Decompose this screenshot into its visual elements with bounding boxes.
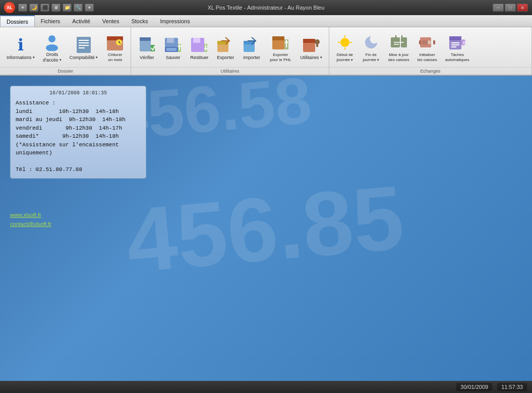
debut-journee-label: Début dejournée ▾ [336,52,353,62]
fin-journee-icon [362,33,380,51]
droits-acces-label: Droitsd'accès ▾ [43,52,62,63]
title-bar-left: XL ☀ 🌙 ⬛ 🖥 📁 🔧 ▾ [4,2,94,13]
status-date: 30/01/2009 [456,383,492,391]
maximize-button[interactable]: □ [505,4,516,12]
email-link[interactable]: contact@xlsoft.fr [10,221,51,227]
utilitaires-group-label: Utilitaires [131,67,329,74]
svg-rect-51 [451,46,456,47]
svg-point-46 [427,40,431,44]
toolbar-icon-1[interactable]: ☀ [18,4,27,12]
informations-label: Informations ▾ [7,55,35,61]
maj-caisses-icon [390,33,408,51]
toolbar-icon-4[interactable]: 🖥 [51,4,61,12]
restituer-button[interactable]: Restituer [187,33,212,63]
ribbon: ℹ Informations ▾ Droitsd'accès ▾ [0,27,532,76]
minimize-button[interactable]: ─ [493,4,504,12]
toolbar-icon-6[interactable]: 🔧 [74,4,83,12]
utilitaires-btn[interactable]: Utilitaires ▾ [297,33,326,63]
menu-activite[interactable]: Activité [66,15,96,27]
exporter-phl-label: Exporterpour le PHL [270,52,291,62]
main-area: 456.58 456.85 16/01/2008 18:01:35 Assist… [0,76,532,381]
website-link[interactable]: www.xlsoft.fr [10,212,51,218]
app-icon: XL [4,2,15,13]
verifier-label: Vérifier [140,55,154,61]
exporter-phl-button[interactable]: Exporterpour le PHL [265,31,295,65]
svg-rect-45 [433,40,435,44]
comptabilite-label: Comptabilité ▾ [70,55,98,61]
svg-rect-49 [451,42,459,43]
svg-rect-6 [79,47,85,48]
ribbon-group-utilitaires: Vérifier Sauver [131,27,329,75]
initialiser-caisses-icon [418,33,436,51]
menu-dossiers[interactable]: Dossiers [0,15,35,27]
informations-button[interactable]: ℹ Informations ▾ [3,33,38,63]
title-bar: XL ☀ 🌙 ⬛ 🖥 📁 🔧 ▾ XL Pos Textile - Admini… [0,0,532,15]
status-bar: 30/01/2009 11:57:33 [0,381,532,393]
svg-rect-44 [419,40,421,44]
svg-rect-4 [79,42,89,43]
toolbar-icon-3[interactable]: ⬛ [40,4,49,12]
debut-journee-icon [336,33,354,51]
svg-point-36 [340,38,349,47]
comptabilite-icon [75,36,93,54]
menu-impressions[interactable]: Impressions [154,15,196,27]
fin-journee-button[interactable]: Fin dejournée ▾ [359,31,384,65]
sauver-button[interactable]: Sauver [160,33,186,63]
svg-rect-33 [303,39,315,43]
verifier-icon [138,36,156,54]
droits-acces-icon [43,33,61,51]
info-panel-content: Assistance : lundi 10h-12h30 14h-18h mar… [16,99,141,174]
svg-rect-21 [193,38,200,43]
menu-ventes[interactable]: Ventes [96,15,126,27]
echanges-group-label: Echanges [329,67,531,74]
maj-caisses-label: Mise à jourdes caisses [388,52,409,62]
restituer-icon [190,36,208,54]
informations-icon: ℹ [12,36,30,54]
menu-stocks[interactable]: Stocks [125,15,154,27]
svg-rect-18 [166,48,176,51]
svg-rect-13 [140,37,151,41]
taches-auto-icon: ⚙ [448,33,466,51]
debut-journee-button[interactable]: Début dejournée ▾ [332,31,358,65]
title-bar-icons: ☀ 🌙 ⬛ 🖥 📁 🔧 ▾ [18,4,94,12]
sauver-label: Sauver [166,55,181,61]
watermark-2: 456.85 [122,164,407,293]
fin-journee-label: Fin dejournée ▾ [363,52,379,62]
taches-auto-label: Tâchesautomatiques [445,52,469,62]
close-button[interactable]: ✕ [517,4,528,12]
svg-rect-3 [79,40,89,41]
svg-rect-8 [107,36,123,40]
importer-button[interactable]: Importer [239,33,264,63]
svg-point-1 [46,44,58,51]
importer-label: Importer [244,55,261,61]
window-title: XL Pos Textile - Administrateur - Au Ray… [208,5,325,11]
svg-rect-35 [316,42,318,47]
taches-auto-button[interactable]: ⚙ Tâchesautomatiques [442,31,473,65]
status-time: 11:57:33 [497,383,527,391]
dossier-group-label: Dossier [0,67,131,74]
initialiser-caisses-button[interactable]: Initialiserles caisses [414,31,441,65]
menu-bar: Dossiers Fichiers Activité Ventes Stocks… [0,15,532,27]
sauver-icon [164,36,182,54]
restituer-label: Restituer [190,55,208,61]
toolbar-separator: ▾ [85,4,94,12]
links-area: www.xlsoft.fr contact@xlsoft.fr [10,212,51,230]
ribbon-group-echanges: Début dejournée ▾ Fin dejournée ▾ [329,27,532,75]
initialiser-caisses-label: Initialiserles caisses [418,52,437,62]
utilitaires-icon [302,36,320,54]
toolbar-icon-2[interactable]: 🌙 [29,4,38,12]
window-controls: ─ □ ✕ [493,4,528,12]
exporter-button[interactable]: Exporter [213,33,238,63]
info-panel: 16/01/2008 18:01:35 Assistance : lundi 1… [10,86,146,179]
menu-fichiers[interactable]: Fichiers [35,15,67,27]
droits-acces-button[interactable]: Droitsd'accès ▾ [39,30,65,66]
maj-caisses-button[interactable]: Mise à jourdes caisses [385,31,413,65]
cloturer-mois-icon [106,33,124,51]
toolbar-icon-5[interactable]: 📁 [63,4,72,12]
svg-rect-16 [167,38,174,43]
exporter-label: Exporter [217,55,234,61]
comptabilite-button[interactable]: Comptabilité ▾ [66,33,102,63]
cloturer-mois-button[interactable]: Clôturerun mois [102,31,128,65]
verifier-button[interactable]: Vérifier [134,33,159,63]
svg-text:⚙: ⚙ [462,40,466,45]
